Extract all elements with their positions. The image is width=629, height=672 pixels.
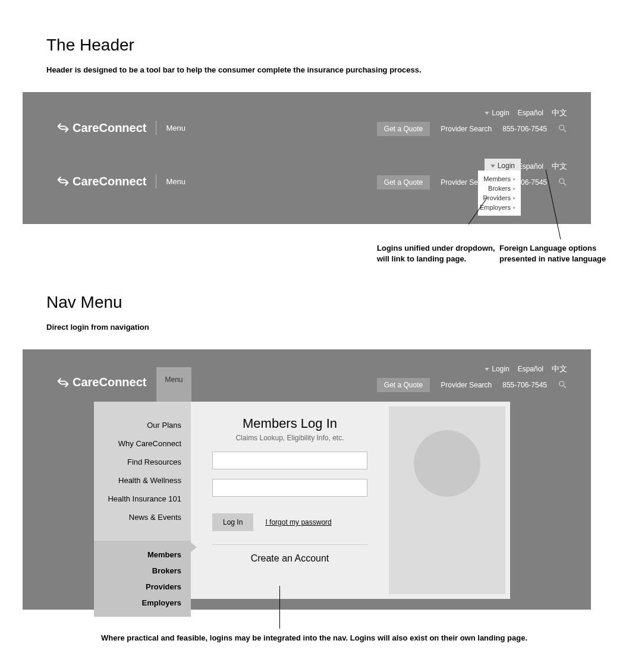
nav-item-find-resources[interactable]: Find Resources (94, 453, 191, 471)
section-desc-header: Header is designed to be a tool bar to h… (46, 65, 629, 74)
nav-item-news[interactable]: News & Events (94, 508, 191, 526)
lang-espanol[interactable]: Español (518, 365, 543, 373)
search-icon[interactable] (558, 177, 567, 188)
section-desc-nav: Direct login from navigation (46, 323, 629, 332)
arrow-right-icon: ▸ (513, 185, 516, 191)
nav-item-providers[interactable]: Providers (94, 579, 191, 595)
login-panel: Members Log In Claims Lookup, Eligibilit… (191, 402, 389, 599)
arrow-right-icon: ▸ (513, 195, 516, 201)
annotation-line (279, 586, 280, 629)
forgot-password-link[interactable]: I forgot my password (265, 518, 331, 526)
search-icon[interactable] (558, 380, 567, 391)
svg-line-1 (564, 130, 566, 132)
annotation-logins: Logins unified under dropdown, will link… (377, 243, 502, 264)
logo[interactable]: CareConnect Menu (57, 121, 185, 135)
logo-text: CareConnect (73, 121, 146, 135)
caret-down-icon (485, 112, 489, 115)
login-dd-providers[interactable]: Providers▸ (483, 193, 516, 203)
lang-espanol[interactable]: Español (518, 109, 543, 117)
menu-link[interactable]: Menu (166, 124, 185, 132)
lang-chinese[interactable]: 中文 (552, 161, 567, 172)
login-dd-employers[interactable]: Employers▸ (483, 203, 516, 212)
header-row-expanded: CareConnect Menu Login Español 中文 Get a … (23, 157, 591, 211)
nav-item-insurance-101[interactable]: Health Insurance 101 (94, 490, 191, 508)
caret-down-icon (490, 165, 495, 168)
divider (212, 544, 367, 545)
divider (156, 121, 156, 135)
menu-tab-active[interactable]: Menu (156, 367, 191, 402)
create-account-link[interactable]: Create an Account (212, 553, 367, 564)
nav-item-brokers[interactable]: Brokers (94, 563, 191, 579)
menu-link[interactable]: Menu (166, 177, 185, 186)
arrow-right-icon: ▸ (513, 176, 516, 182)
divider (156, 174, 156, 188)
annotation-languages: Foreign Language options presented in na… (499, 243, 606, 264)
svg-point-0 (559, 125, 564, 130)
mid-utility-row: Get a Quote Provider Search 855-706-7545 (377, 175, 567, 190)
header-row-collapsed: CareConnect Menu Login Español 中文 Get a … (23, 104, 591, 157)
nav-item-health-wellness[interactable]: Health & Wellness (94, 471, 191, 490)
svg-line-5 (564, 386, 566, 388)
top-utility-row: Login Español 中文 (485, 364, 567, 374)
username-input[interactable] (212, 452, 367, 469)
login-dropdown-trigger[interactable]: Login (485, 365, 509, 373)
nav-item-why[interactable]: Why CareConnect (94, 434, 191, 453)
placeholder-circle-icon (414, 430, 480, 497)
search-icon[interactable] (558, 124, 567, 135)
lang-chinese[interactable]: 中文 (552, 108, 567, 118)
logo-icon (57, 175, 69, 187)
nav-item-our-plans[interactable]: Our Plans (94, 416, 191, 434)
get-quote-button[interactable]: Get a Quote (377, 175, 430, 190)
login-dropdown-trigger[interactable]: Login (485, 109, 509, 117)
logo-icon (57, 122, 69, 134)
mega-menu-nav: Our Plans Why CareConnect Find Resources… (94, 402, 191, 599)
nav-item-employers[interactable]: Employers (94, 595, 191, 611)
caret-down-icon (485, 368, 489, 371)
top-utility-row: Login Español 中文 (485, 108, 567, 118)
logo-text: CareConnect (73, 175, 146, 188)
svg-line-3 (564, 183, 566, 185)
nav-mock-container: CareConnect Menu Login Español 中文 Get a … (23, 349, 591, 610)
lang-chinese[interactable]: 中文 (552, 364, 567, 374)
login-panel-subtitle: Claims Lookup, Eligibility Info, etc. (212, 434, 367, 442)
arrow-right-icon: ▸ (513, 204, 516, 210)
phone-number: 855-706-7545 (502, 125, 547, 133)
logo-icon (57, 377, 69, 389)
svg-point-2 (559, 178, 564, 183)
login-panel-title: Members Log In (212, 416, 367, 431)
get-quote-button[interactable]: Get a Quote (377, 122, 430, 136)
login-dd-brokers[interactable]: Brokers▸ (483, 184, 516, 193)
svg-point-4 (559, 381, 564, 386)
phone-number: 855-706-7545 (502, 381, 547, 389)
mid-utility-row: Get a Quote Provider Search 855-706-7545 (377, 378, 567, 392)
mega-menu-nav-sub: Members Brokers Providers Employers (94, 541, 191, 617)
active-indicator-icon (191, 542, 197, 552)
promo-placeholder (389, 406, 505, 594)
login-dd-members[interactable]: Members▸ (483, 174, 516, 184)
provider-search-link[interactable]: Provider Search (441, 381, 492, 389)
mega-menu: Our Plans Why CareConnect Find Resources… (94, 402, 510, 599)
logo-text: CareConnect (73, 376, 146, 389)
password-input[interactable] (212, 479, 367, 497)
section-title-header: The Header (46, 36, 629, 55)
lang-espanol[interactable]: Español (518, 162, 543, 171)
annotation-nav-login: Where practical and feasible, logins may… (101, 633, 629, 642)
get-quote-button[interactable]: Get a Quote (377, 378, 430, 392)
logo[interactable]: CareConnect (57, 376, 146, 389)
header-mock-container: CareConnect Menu Login Español 中文 Get a … (23, 92, 591, 224)
nav-item-members[interactable]: Members (94, 547, 191, 563)
section-title-nav: Nav Menu (46, 293, 629, 312)
login-dropdown-menu: Members▸ Brokers▸ Providers▸ Employers▸ (478, 171, 521, 216)
login-button[interactable]: Log In (212, 513, 253, 531)
logo[interactable]: CareConnect Menu (57, 174, 185, 188)
provider-search-link[interactable]: Provider Search (441, 125, 492, 133)
mid-utility-row: Get a Quote Provider Search 855-706-7545 (377, 122, 567, 136)
